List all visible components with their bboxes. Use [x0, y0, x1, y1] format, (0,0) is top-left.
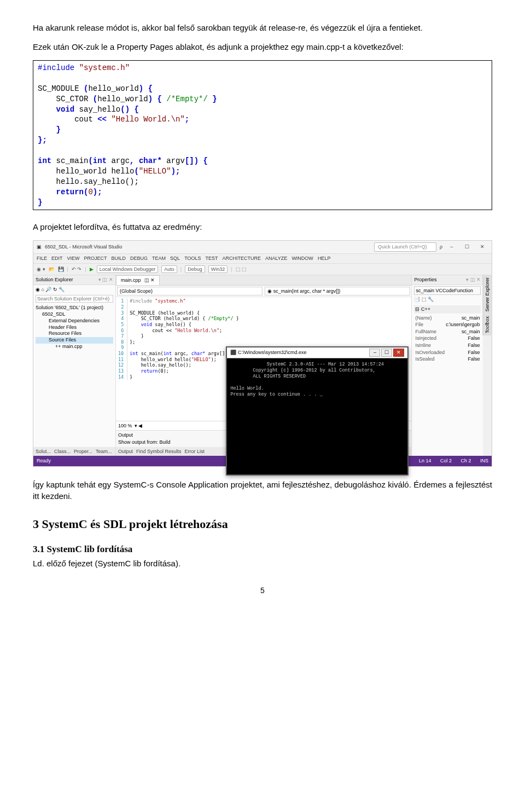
cmd-icon: ⬛: [230, 350, 236, 355]
property-row: FullNamesc_main: [414, 328, 481, 335]
property-row: IsOverloadedFalse: [414, 349, 481, 356]
editor-tab[interactable]: main.cpp◫ ✕: [116, 275, 160, 285]
output-pane-title: Output: [118, 432, 133, 439]
code-block: #include "systemc.h" SC_MODULE (hello_wo…: [33, 60, 492, 210]
paragraph: Így kaptunk tehát egy SystemC-s Console …: [33, 479, 492, 502]
tree-item: Solution '6502_SDL' (1 project): [36, 305, 113, 311]
properties-object[interactable]: sc_main VCCodeFunction: [414, 286, 481, 295]
maximize-button[interactable]: ☐: [461, 243, 473, 251]
property-row: (Name)sc_main: [414, 315, 481, 322]
maximize-button[interactable]: ☐: [381, 349, 392, 357]
solution-search-input[interactable]: [36, 295, 113, 303]
section-heading: 3 SystemC és SDL projekt létrehozása: [33, 516, 492, 533]
window-title: 6502_SDL - Microsoft Visual Studio: [45, 243, 122, 251]
subsection-heading: 3.1 SystemC lib fordítása: [33, 543, 492, 556]
minimize-button[interactable]: –: [446, 243, 458, 251]
page-number: 5: [33, 585, 492, 596]
solution-explorer-title: Solution Explorer: [36, 276, 73, 283]
search-icon: ρ: [440, 243, 442, 251]
left-pane-tabs[interactable]: Solut...Class...Proper...Team...: [33, 447, 115, 456]
properties-title: Properties: [414, 276, 436, 283]
tree-item: 6502_SDL: [36, 311, 113, 318]
toolbar[interactable]: ◉ ▾📂💾|↶ ↷| ▶ Local Windows Debugger Auto…: [33, 264, 492, 276]
zoom-level[interactable]: 100 %: [118, 422, 132, 430]
server-explorer-tab[interactable]: Server Explorer: [483, 275, 492, 314]
property-row: IsSealedFalse: [414, 356, 481, 363]
console-window: ⬛ C:\Windows\system32\cmd.exe –☐✕ System…: [226, 346, 409, 475]
paragraph: A projektet lefordítva, és futtatva az e…: [33, 221, 492, 233]
solution-tree[interactable]: Solution '6502_SDL' (1 project) 6502_SDL…: [33, 304, 115, 351]
close-icon[interactable]: ▾ ◫ ✕: [98, 276, 113, 283]
property-row: Filec:\users\gergob: [414, 321, 481, 328]
quick-launch-input[interactable]: Quick Launch (Ctrl+Q): [374, 242, 436, 252]
paragraph: Ha akarunk release módot is, akkor bal f…: [33, 22, 492, 33]
paragraph: Ezek után OK-zuk le a Property Pages abl…: [33, 41, 492, 53]
start-debug-button[interactable]: ▶: [90, 266, 94, 273]
close-button[interactable]: ✕: [393, 349, 404, 357]
tree-item: Source Files: [36, 337, 113, 344]
toolbox-tab[interactable]: Toolbox: [483, 314, 492, 335]
vs-screenshot: ▣ 6502_SDL - Microsoft Visual Studio Qui…: [33, 240, 492, 466]
property-row: IsInjectedFalse: [414, 335, 481, 342]
property-row: IsInlineFalse: [414, 342, 481, 349]
menubar[interactable]: FILEEDITVIEWPROJECTBUILDDEBUGTEAMSQLTOOL…: [33, 254, 492, 264]
tree-item: Resource Files: [36, 330, 113, 337]
scope-dropdown[interactable]: (Global Scope): [117, 287, 262, 296]
tree-item: ++ main.cpp: [36, 344, 113, 350]
console-output: SystemC 2.3.0-ASI --- Mar 12 2013 14:57:…: [227, 358, 407, 474]
member-dropdown[interactable]: ◉ sc_main(int argc, char * argv[]): [265, 287, 410, 296]
vs-logo-icon: ▣: [37, 243, 42, 251]
paragraph: Ld. előző fejezet (SystemC lib fordítása…: [33, 558, 492, 569]
tree-item: External Dependencies: [36, 318, 113, 324]
tree-item: Header Files: [36, 324, 113, 331]
close-button[interactable]: ✕: [476, 243, 488, 251]
minimize-button[interactable]: –: [369, 349, 380, 357]
